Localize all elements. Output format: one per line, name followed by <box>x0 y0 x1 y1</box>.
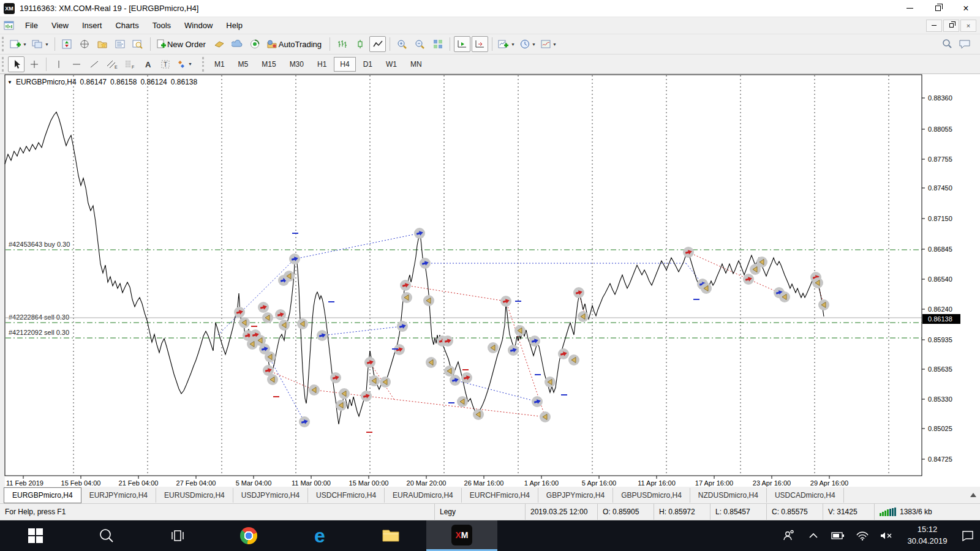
trade-marker-exit[interactable] <box>279 320 290 331</box>
timeframe-m1[interactable]: M1 <box>208 57 231 72</box>
menu-tools[interactable]: Tools <box>146 18 178 33</box>
toolbar-grip[interactable] <box>2 37 5 51</box>
menu-view[interactable]: View <box>45 18 75 33</box>
chart-tab-eurgbpmicro[interactable]: EURGBPmicro,H4 <box>4 487 81 503</box>
trade-marker-exit[interactable] <box>568 354 579 365</box>
trade-marker-buy[interactable] <box>529 335 540 347</box>
trade-marker-buy[interactable] <box>508 345 519 356</box>
trade-marker-buy[interactable] <box>450 375 461 386</box>
trendline-tool-button[interactable] <box>86 56 102 72</box>
file-explorer-taskbar-icon[interactable] <box>355 520 426 551</box>
text-label-tool-button[interactable]: T <box>157 56 173 72</box>
trade-marker-exit[interactable] <box>812 277 823 288</box>
chart-tab-euraudmicro[interactable]: EURAUDmicro,H4 <box>385 488 462 503</box>
task-view-button[interactable] <box>142 520 213 551</box>
data-window-button[interactable] <box>77 36 93 52</box>
trade-marker-sell[interactable] <box>275 309 286 320</box>
periods-button[interactable]: ▼ <box>518 36 538 52</box>
new-order-button[interactable]: New Order <box>154 36 210 52</box>
trade-marker-exit[interactable] <box>578 311 589 322</box>
navigator-button[interactable] <box>94 36 111 52</box>
trade-marker-buy[interactable] <box>299 416 310 427</box>
trade-marker-buy[interactable] <box>420 258 431 269</box>
text-tool-button[interactable]: A <box>139 56 156 72</box>
autotrading-button[interactable]: AutoTrading <box>265 36 326 52</box>
trade-marker-exit[interactable] <box>297 318 308 329</box>
timeframe-mn[interactable]: MN <box>404 57 428 72</box>
trade-marker-exit[interactable] <box>401 292 412 303</box>
trade-marker-exit[interactable] <box>267 374 278 385</box>
chart-area[interactable]: ▼ EURGBPmicro,H4 0.86147 0.86158 0.86124… <box>0 74 980 487</box>
minimize-button[interactable] <box>895 0 924 17</box>
trade-marker-buy[interactable] <box>289 253 300 264</box>
menu-help[interactable]: Help <box>219 18 249 33</box>
trade-marker-sell[interactable] <box>234 307 245 318</box>
show-hidden-icons-chevron[interactable] <box>801 531 826 540</box>
mql-community-button[interactable] <box>229 36 246 52</box>
trade-marker-sell[interactable] <box>573 287 584 298</box>
timeframe-m5[interactable]: M5 <box>232 57 255 72</box>
terminal-button[interactable] <box>112 36 129 52</box>
trade-marker-sell[interactable] <box>364 357 375 368</box>
legend-triangle-icon[interactable]: ▼ <box>7 80 12 85</box>
timeframe-m30[interactable]: M30 <box>284 57 310 72</box>
chart-tab-gbpjpymicro[interactable]: GBPJPYmicro,H4 <box>538 488 613 503</box>
trade-marker-exit[interactable] <box>339 388 350 399</box>
taskbar-clock[interactable]: 15:12 30.04.2019 <box>899 524 956 547</box>
trade-marker-buy[interactable] <box>317 330 328 341</box>
chrome-taskbar-icon[interactable] <box>213 520 284 551</box>
zoom-out-button[interactable] <box>412 36 428 52</box>
trade-marker-sell[interactable] <box>500 296 511 307</box>
chart-tab-gbpusdmicro[interactable]: GBPUSDmicro,H4 <box>613 488 690 503</box>
trade-marker-exit[interactable] <box>380 377 391 388</box>
trade-marker-sell[interactable] <box>330 372 341 383</box>
trade-marker-sell[interactable] <box>461 372 472 383</box>
trade-marker-exit[interactable] <box>284 271 295 282</box>
bar-chart-button[interactable] <box>334 36 350 52</box>
trade-marker-sell[interactable] <box>743 274 754 285</box>
timeframe-m15[interactable]: M15 <box>255 57 282 72</box>
taskbar-search-button[interactable] <box>71 520 142 551</box>
trade-marker-exit[interactable] <box>540 411 551 422</box>
cursor-tool-button[interactable] <box>8 56 24 72</box>
menu-insert[interactable]: Insert <box>75 18 109 33</box>
zoom-in-button[interactable] <box>394 36 410 52</box>
menu-window[interactable]: Window <box>178 18 219 33</box>
trade-marker-exit[interactable] <box>545 377 556 388</box>
action-center-button[interactable] <box>956 530 980 541</box>
price-chart-svg[interactable]: #42453643 buy 0.30#42222864 sell 0.30#42… <box>0 74 980 487</box>
profiles-button[interactable]: ▼ <box>30 36 51 52</box>
trade-marker-exit[interactable] <box>488 342 499 353</box>
timeframe-d1[interactable]: D1 <box>357 57 379 72</box>
tab-scroll-button[interactable] <box>967 493 980 497</box>
battery-tray-icon[interactable] <box>826 531 850 540</box>
autotrading-status-icon[interactable] <box>247 36 263 52</box>
line-chart-button[interactable] <box>369 36 386 52</box>
trade-marker-sell[interactable] <box>558 348 569 359</box>
crosshair-tool-button[interactable] <box>26 56 42 72</box>
indicators-button[interactable]: ▼ <box>496 36 517 52</box>
metaeditor-button[interactable] <box>211 36 228 52</box>
chart-tab-usdjpymicro[interactable]: USDJPYmicro,H4 <box>233 488 308 503</box>
toolbar-grip[interactable] <box>202 57 205 72</box>
trade-marker-exit[interactable] <box>756 257 767 268</box>
trade-marker-exit[interactable] <box>309 384 320 395</box>
trade-marker-exit[interactable] <box>779 291 790 302</box>
chart-tab-nzdusdmicro[interactable]: NZDUSDmicro,H4 <box>690 488 767 503</box>
trade-marker-exit[interactable] <box>369 375 380 386</box>
candlestick-chart-button[interactable] <box>352 36 368 52</box>
trade-marker-exit[interactable] <box>423 295 434 306</box>
chart-shift-button[interactable] <box>472 36 488 52</box>
trade-marker-exit[interactable] <box>336 400 347 411</box>
trade-marker-exit[interactable] <box>426 357 437 368</box>
trade-marker-sell[interactable] <box>442 335 453 347</box>
trade-marker-exit[interactable] <box>239 317 250 328</box>
trade-marker-buy[interactable] <box>532 396 543 407</box>
timeframe-h4[interactable]: H4 <box>334 57 355 72</box>
vertical-line-tool-button[interactable] <box>50 56 67 72</box>
templates-button[interactable]: ▼ <box>539 36 559 52</box>
start-button[interactable] <box>0 520 71 551</box>
search-icon[interactable] <box>939 36 956 52</box>
trade-marker-sell[interactable] <box>258 302 269 313</box>
chart-tab-usdcadmicro[interactable]: USDCADmicro,H4 <box>767 488 844 503</box>
